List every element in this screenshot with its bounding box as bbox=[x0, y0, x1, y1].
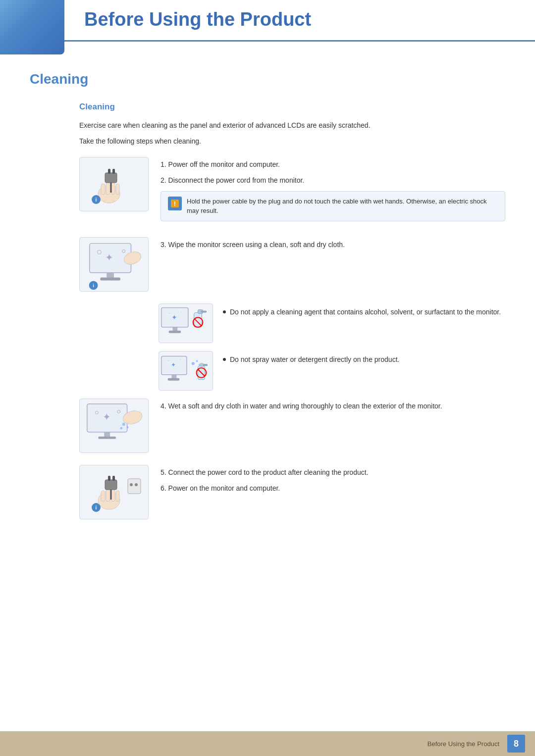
svg-rect-47 bbox=[104, 432, 110, 437]
step-5-text: 5. Connect the power cord to the product… bbox=[160, 467, 505, 478]
intro-text-1: Exercise care when cleaning as the panel… bbox=[79, 120, 505, 131]
svg-text:✦: ✦ bbox=[105, 252, 113, 263]
svg-rect-62 bbox=[108, 476, 110, 481]
svg-point-38 bbox=[192, 362, 195, 365]
bullet-dot-2 bbox=[223, 358, 226, 361]
svg-rect-61 bbox=[105, 480, 117, 490]
warning-symbol: ! bbox=[170, 199, 180, 208]
bullet-no-spray-text: Do not spray water or detergent directly… bbox=[230, 354, 399, 365]
svg-rect-22 bbox=[172, 327, 177, 331]
svg-text:i: i bbox=[93, 283, 94, 288]
svg-rect-43 bbox=[203, 364, 208, 366]
bullet-no-spray: ✦ · · Do not spray bbox=[79, 351, 505, 391]
svg-text:i: i bbox=[96, 505, 97, 510]
warning-box-1: ! Hold the power cable by the plug and d… bbox=[160, 191, 505, 221]
step-3-text: 3. Wipe the monitor screen using a clean… bbox=[160, 239, 505, 250]
svg-rect-58 bbox=[106, 489, 110, 502]
svg-rect-1 bbox=[101, 184, 105, 195]
svg-text:·: · bbox=[168, 357, 169, 363]
power-cord-image: i bbox=[79, 157, 149, 211]
main-content: Cleaning Cleaning Exercise care when cle… bbox=[0, 71, 535, 571]
svg-rect-57 bbox=[101, 491, 105, 502]
svg-text:✦: ✦ bbox=[171, 314, 177, 321]
step-1-2-content: 1. Power off the monitor and computer. 2… bbox=[160, 157, 505, 225]
step-2-text: 2. Disconnect the power cord from the mo… bbox=[160, 175, 505, 186]
monitor-wipe-illustration: ✦ i bbox=[80, 237, 148, 292]
svg-text:·: · bbox=[180, 309, 182, 314]
svg-rect-2 bbox=[106, 182, 110, 195]
svg-text:✦: ✦ bbox=[103, 411, 111, 422]
svg-rect-60 bbox=[116, 491, 119, 502]
bullet-no-spray-text-area: Do not spray water or detergent directly… bbox=[223, 351, 505, 365]
svg-point-66 bbox=[135, 483, 138, 486]
header-blue-bar bbox=[0, 0, 64, 54]
svg-rect-33 bbox=[172, 374, 177, 378]
subsection-title: Cleaning bbox=[79, 102, 505, 112]
svg-rect-4 bbox=[116, 184, 119, 195]
svg-text:✦: ✦ bbox=[171, 361, 176, 368]
step-4-text: 4. Wet a soft and dry cloth in water and… bbox=[160, 401, 505, 411]
monitor-wipe-image: ✦ i bbox=[79, 237, 149, 292]
svg-rect-63 bbox=[112, 476, 115, 481]
footer-text: Before Using the Product bbox=[428, 740, 499, 748]
svg-rect-23 bbox=[169, 330, 181, 333]
wring-cloth-illustration: ✦ bbox=[80, 399, 148, 453]
bullet-dot-1 bbox=[223, 310, 226, 313]
step-block-5-6: i 5. Connect the power cord to the produ… bbox=[79, 465, 505, 519]
svg-rect-48 bbox=[98, 436, 115, 439]
connect-power-illustration: i bbox=[84, 470, 144, 514]
page-title: Before Using the Product bbox=[84, 9, 515, 30]
step-5-6-content: 5. Connect the power cord to the product… bbox=[160, 465, 505, 499]
svg-rect-29 bbox=[201, 310, 207, 312]
footer-page-number: 8 bbox=[507, 735, 525, 753]
svg-rect-5 bbox=[105, 173, 117, 183]
step-block-3: ✦ i 3. Wipe the monitor screen using a c… bbox=[79, 237, 505, 292]
svg-text:·: · bbox=[179, 356, 181, 362]
svg-rect-64 bbox=[128, 479, 141, 494]
page-header: Before Using the Product bbox=[0, 0, 535, 51]
spray-image: ✦ · · bbox=[159, 351, 213, 391]
step-6-text: 6. Power on the monitor and computer. bbox=[160, 483, 505, 494]
bullet-no-cleaning-agent: ✦ · · Do not apply a cleaning agent that… bbox=[79, 303, 505, 343]
bullet-no-cleaning-agent-text: Do not apply a cleaning agent that conta… bbox=[230, 306, 501, 317]
svg-point-55 bbox=[120, 427, 122, 429]
section-title: Cleaning bbox=[30, 71, 505, 87]
wring-cloth-image: ✦ bbox=[79, 399, 149, 453]
step-block-4: ✦ 4. Wet a soft and dry cloth in water a… bbox=[79, 399, 505, 453]
step-4-content: 4. Wet a soft and dry cloth in water and… bbox=[160, 399, 505, 416]
svg-point-39 bbox=[196, 360, 198, 362]
cleaning-agent-image: ✦ · · bbox=[159, 303, 213, 343]
warning-text-1: Hold the power cable by the plug and do … bbox=[187, 197, 498, 216]
svg-rect-7 bbox=[112, 169, 115, 174]
connect-power-image: i bbox=[79, 465, 149, 519]
spray-illustration: ✦ · · bbox=[159, 351, 213, 391]
header-title-area: Before Using the Product bbox=[64, 0, 535, 42]
step-block-1-2: i 1. Power off the monitor and computer.… bbox=[79, 157, 505, 225]
svg-point-54 bbox=[127, 426, 129, 428]
steps-area: i 1. Power off the monitor and computer.… bbox=[79, 157, 505, 519]
power-cord-illustration: i bbox=[84, 162, 144, 206]
svg-text:·: · bbox=[169, 310, 170, 315]
svg-text:i: i bbox=[96, 197, 97, 202]
svg-point-65 bbox=[130, 483, 133, 486]
warning-icon-1: ! bbox=[168, 197, 182, 210]
step-1-text: 1. Power off the monitor and computer. bbox=[160, 159, 505, 170]
step-3-content: 3. Wipe the monitor screen using a clean… bbox=[160, 237, 505, 255]
intro-text-2: Take the following steps when cleaning. bbox=[79, 136, 505, 147]
svg-rect-6 bbox=[108, 169, 110, 174]
svg-text:!: ! bbox=[174, 200, 176, 207]
svg-point-53 bbox=[122, 423, 125, 426]
svg-rect-34 bbox=[168, 378, 180, 380]
bullet-no-cleaning-agent-text-area: Do not apply a cleaning agent that conta… bbox=[223, 303, 505, 317]
cleaning-agent-illustration: ✦ · · bbox=[159, 303, 213, 343]
page-footer: Before Using the Product 8 bbox=[0, 731, 535, 756]
svg-rect-14 bbox=[100, 277, 120, 280]
